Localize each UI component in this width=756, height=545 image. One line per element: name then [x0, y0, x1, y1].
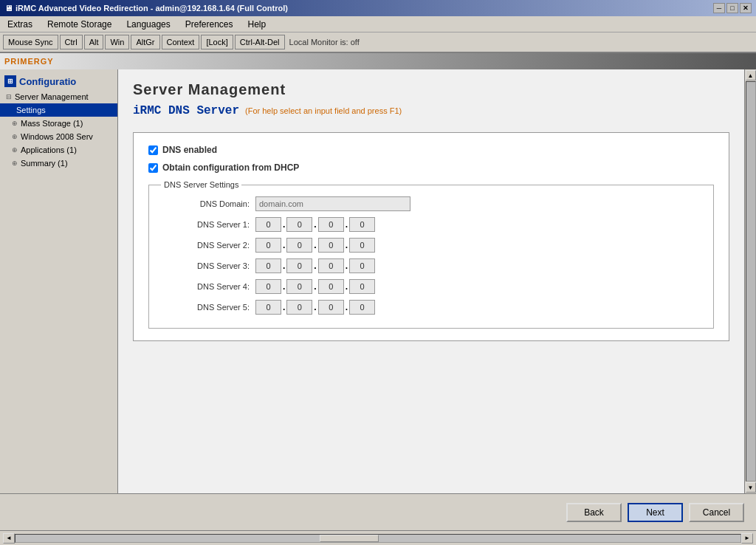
- dns-fieldset: DNS Server Settings DNS Domain: DNS Serv…: [148, 180, 714, 329]
- ip-dot: .: [346, 302, 348, 312]
- sidebar-item-mass-storage[interactable]: ⊕ Mass Storage (1): [0, 117, 117, 130]
- hscroll-left[interactable]: ◄: [3, 533, 15, 544]
- sidebar-item-applications[interactable]: ⊕ Applications (1): [0, 143, 117, 157]
- dns-server-3-octet-2[interactable]: [286, 258, 312, 273]
- ip-dot: .: [314, 240, 316, 250]
- maximize-button[interactable]: □: [726, 3, 738, 13]
- dns-server-1-octet-2[interactable]: [286, 217, 312, 232]
- dns-server-2-ip-group: ...: [255, 238, 375, 253]
- dns-server-4-octet-4[interactable]: [349, 279, 375, 294]
- dns-domain-label: DNS Domain:: [161, 199, 250, 208]
- sidebar-header: ⊞ Configuratio: [0, 72, 117, 90]
- dns-server-3-octet-1[interactable]: [255, 258, 281, 273]
- menu-preferences[interactable]: Preferences: [181, 18, 238, 31]
- menu-extras[interactable]: Extras: [3, 18, 37, 31]
- hscroll-right[interactable]: ►: [741, 533, 753, 544]
- menu-help[interactable]: Help: [244, 18, 271, 31]
- dns-server-1-octet-4[interactable]: [349, 217, 375, 232]
- dns-server-4-ip-group: ...: [255, 279, 375, 294]
- close-button[interactable]: ✕: [740, 3, 752, 13]
- ip-dot: .: [283, 219, 285, 230]
- menu-bar: Extras Remote Storage Languages Preferen…: [0, 16, 756, 32]
- dns-server-row-4: DNS Server 4:...: [161, 279, 701, 294]
- toolbar: Mouse Sync Ctrl Alt Win AltGr Context [L…: [0, 32, 756, 53]
- primergy-logo: PRIMERGY: [4, 57, 54, 66]
- dns-enabled-label: DNS enabled: [162, 145, 217, 155]
- dns-server-1-label: DNS Server 1:: [161, 220, 250, 229]
- next-button[interactable]: Next: [628, 503, 683, 522]
- dns-server-5-ip-group: ...: [255, 300, 375, 315]
- title-bar: 🖥 iRMC Advanced Video Redirection - admi…: [0, 0, 756, 16]
- scroll-track: [746, 81, 756, 481]
- expand-icon-3: ⊕: [12, 133, 18, 140]
- minimize-button[interactable]: ─: [713, 3, 725, 13]
- dns-server-2-octet-2[interactable]: [286, 238, 312, 253]
- dns-server-2-label: DNS Server 2:: [161, 241, 250, 250]
- local-monitor-status: Local Monitor is: off: [289, 38, 360, 47]
- dns-server-row-5: DNS Server 5:...: [161, 300, 701, 315]
- context-button[interactable]: Context: [162, 35, 200, 49]
- scroll-up-button[interactable]: ▲: [746, 70, 756, 80]
- dns-server-1-ip-group: ...: [255, 217, 375, 232]
- dns-server-3-label: DNS Server 3:: [161, 261, 250, 270]
- dns-domain-input[interactable]: [255, 196, 410, 211]
- sidebar-item-summary[interactable]: ⊕ Summary (1): [0, 157, 117, 170]
- dns-server-row-3: DNS Server 3:...: [161, 258, 701, 273]
- ip-dot: .: [314, 281, 316, 292]
- dns-server-2-octet-3[interactable]: [318, 238, 344, 253]
- ctrl-alt-del-button[interactable]: Ctrl-Alt-Del: [235, 35, 285, 49]
- ip-dot: .: [346, 219, 348, 230]
- dns-server-5-octet-3[interactable]: [318, 300, 344, 315]
- obtain-dhcp-label: Obtain configuration from DHCP: [162, 162, 299, 173]
- right-scrollbar[interactable]: ▲ ▼: [744, 69, 756, 493]
- dns-server-row-1: DNS Server 1:...: [161, 217, 701, 232]
- dns-server-4-octet-3[interactable]: [318, 279, 344, 294]
- dns-server-4-octet-1[interactable]: [255, 279, 281, 294]
- hscroll-track: [15, 534, 741, 543]
- expand-icon-2: ⊕: [12, 120, 18, 127]
- ip-dot: .: [283, 281, 285, 292]
- sidebar-item-settings[interactable]: Settings: [0, 103, 117, 117]
- logo-bar: PRIMERGY: [0, 53, 756, 69]
- ctrl-button[interactable]: Ctrl: [60, 35, 83, 49]
- dns-server-3-ip-group: ...: [255, 258, 375, 273]
- page-title: Server Management: [133, 81, 729, 98]
- dns-server-5-label: DNS Server 5:: [161, 303, 250, 312]
- alt-button[interactable]: Alt: [84, 35, 104, 49]
- sidebar-item-server-management[interactable]: ⊟ Server Management: [0, 90, 117, 103]
- ip-dot: .: [314, 302, 316, 312]
- dns-server-5-octet-2[interactable]: [286, 300, 312, 315]
- dns-server-1-octet-3[interactable]: [318, 217, 344, 232]
- altgr-button[interactable]: AltGr: [131, 35, 159, 49]
- obtain-dhcp-row: Obtain configuration from DHCP: [148, 162, 714, 173]
- back-button[interactable]: Back: [566, 503, 622, 522]
- help-text: (For help select an input field and pres…: [245, 106, 402, 115]
- dns-enabled-checkbox[interactable]: [148, 145, 158, 155]
- dns-server-5-octet-1[interactable]: [255, 300, 281, 315]
- obtain-dhcp-checkbox[interactable]: [148, 163, 158, 173]
- dns-server-5-octet-4[interactable]: [349, 300, 375, 315]
- form-container: DNS enabled Obtain configuration from DH…: [133, 132, 729, 341]
- irmc-subtitle: iRMC DNS Server: [133, 104, 239, 117]
- scroll-down-button[interactable]: ▼: [746, 482, 756, 493]
- config-icon: ⊞: [4, 75, 16, 87]
- expand-icon-4: ⊕: [12, 146, 18, 154]
- dns-server-3-octet-4[interactable]: [349, 258, 375, 273]
- dns-server-2-octet-1[interactable]: [255, 238, 281, 253]
- dns-enabled-row: DNS enabled: [148, 145, 714, 155]
- menu-languages[interactable]: Languages: [122, 18, 174, 31]
- lock-button[interactable]: [Lock]: [201, 35, 233, 49]
- sidebar-item-windows[interactable]: ⊕ Windows 2008 Serv: [0, 130, 117, 143]
- dns-server-3-octet-3[interactable]: [318, 258, 344, 273]
- title-bar-text: iRMC Advanced Video Redirection - admin@…: [16, 4, 288, 13]
- ip-dot: .: [346, 240, 348, 250]
- menu-remote-storage[interactable]: Remote Storage: [43, 18, 116, 31]
- ip-dot: .: [346, 261, 348, 271]
- win-button[interactable]: Win: [105, 35, 129, 49]
- hscroll-handle[interactable]: [320, 535, 379, 542]
- dns-server-1-octet-1[interactable]: [255, 217, 281, 232]
- dns-server-2-octet-4[interactable]: [349, 238, 375, 253]
- dns-server-4-octet-2[interactable]: [286, 279, 312, 294]
- cancel-button[interactable]: Cancel: [689, 503, 744, 522]
- mouse-sync-button[interactable]: Mouse Sync: [3, 35, 58, 49]
